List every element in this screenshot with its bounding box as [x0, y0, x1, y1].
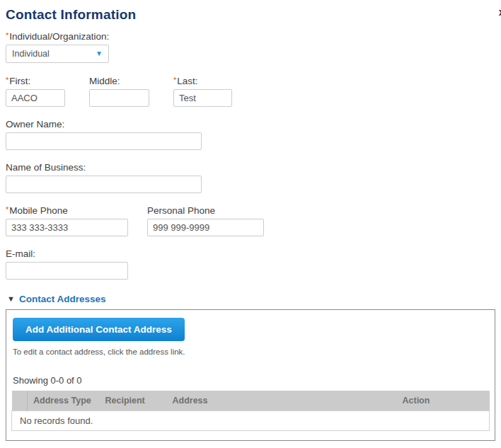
empty-row: No records found. — [12, 411, 490, 431]
business-name-field: Name of Business: — [6, 162, 495, 193]
name-row: *First: Middle: *Last: — [6, 76, 495, 107]
owner-name-input[interactable] — [6, 132, 202, 150]
owner-name-field: Owner Name: — [6, 119, 495, 150]
business-name-label: Name of Business: — [6, 162, 495, 173]
contact-addresses-panel: Add Additional Contact Address To edit a… — [6, 309, 495, 441]
no-records-message: No records found. — [12, 411, 490, 431]
page-title: Contact Information — [6, 7, 495, 23]
showing-count: Showing 0-0 of 0 — [13, 375, 491, 386]
last-name-label: *Last: — [173, 76, 232, 86]
close-icon[interactable]: x — [499, 6, 501, 18]
contact-addresses-table: Address Type Recipient Address Action No… — [11, 391, 490, 431]
column-header-recipient: Recipient — [100, 391, 167, 411]
owner-name-label: Owner Name: — [6, 119, 495, 130]
mobile-phone-label: *Mobile Phone — [6, 205, 128, 216]
phone-row: *Mobile Phone Personal Phone — [6, 205, 495, 236]
add-contact-address-button[interactable]: Add Additional Contact Address — [13, 318, 185, 341]
business-name-input[interactable] — [6, 176, 202, 193]
column-header-blank — [12, 391, 28, 411]
middle-name-label: Middle: — [89, 76, 149, 86]
individual-organization-field: *Individual/Organization: Individual ▼ — [6, 31, 495, 63]
dropdown-selected-value: Individual — [12, 49, 50, 59]
first-name-label: *First: — [6, 76, 65, 86]
required-asterisk: * — [173, 76, 176, 84]
required-asterisk: * — [6, 205, 8, 214]
required-asterisk: * — [6, 76, 8, 84]
email-input[interactable] — [6, 262, 128, 280]
contact-addresses-label: Contact Addresses — [19, 294, 106, 304]
personal-phone-input[interactable] — [147, 219, 264, 236]
table-header-row: Address Type Recipient Address Action — [12, 391, 490, 411]
individual-organization-dropdown[interactable]: Individual ▼ — [6, 45, 109, 63]
triangle-down-icon: ▼ — [7, 295, 15, 303]
column-header-address-type: Address Type — [28, 391, 100, 411]
personal-phone-label: Personal Phone — [147, 205, 264, 216]
column-header-action: Action — [397, 391, 490, 411]
email-field: E-mail: — [6, 248, 495, 280]
column-header-address: Address — [167, 391, 397, 411]
required-asterisk: * — [6, 31, 8, 40]
contact-information-panel: Contact Information x *Individual/Organi… — [0, 0, 501, 448]
edit-address-hint: To edit a contact address, click the add… — [13, 348, 491, 356]
mobile-phone-input[interactable] — [6, 219, 128, 236]
chevron-down-icon: ▼ — [96, 50, 103, 57]
email-label: E-mail: — [6, 248, 495, 259]
contact-addresses-toggle[interactable]: ▼ Contact Addresses — [7, 294, 495, 304]
first-name-input[interactable] — [6, 89, 65, 107]
last-name-input[interactable] — [173, 89, 232, 107]
individual-organization-label: *Individual/Organization: — [6, 31, 495, 42]
middle-name-input[interactable] — [89, 89, 149, 107]
